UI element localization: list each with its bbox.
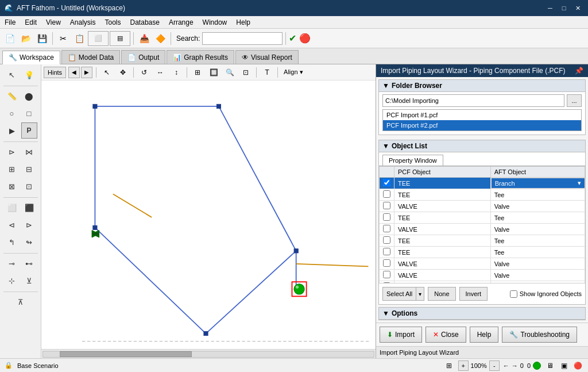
- collapse-folder-icon[interactable]: ▼: [382, 82, 389, 90]
- select-all-button[interactable]: Select All ▾: [382, 287, 424, 301]
- bend-tool[interactable]: ↰: [4, 234, 20, 250]
- copy-btn[interactable]: 📋: [72, 31, 87, 46]
- row-checkbox[interactable]: [383, 202, 390, 209]
- relief-tool[interactable]: ⊻: [21, 273, 37, 289]
- tab-workspace[interactable]: 🔧 Workspace: [2, 51, 60, 64]
- browse-button[interactable]: ...: [567, 94, 582, 107]
- select-tool-btn[interactable]: ↖: [100, 66, 114, 79]
- collapse-object-icon[interactable]: ▼: [382, 142, 389, 150]
- pipe-tool[interactable]: 📏: [4, 88, 20, 104]
- pump-tool[interactable]: ⊳: [4, 144, 20, 160]
- close-button[interactable]: ✕: [572, 2, 583, 14]
- table-row[interactable]: TEETee: [380, 189, 585, 201]
- spray-tool[interactable]: ↬: [21, 234, 37, 250]
- tee-tool[interactable]: ⊡: [21, 178, 37, 194]
- zoom-rect-btn[interactable]: 🔍: [223, 66, 237, 79]
- arrow-tool[interactable]: ▶: [4, 122, 20, 139]
- property-window-tab[interactable]: Property Window: [382, 155, 443, 166]
- hint-tool[interactable]: 💡: [21, 67, 37, 83]
- flip-v-btn[interactable]: ↕: [169, 66, 183, 79]
- heat-exchanger-tool[interactable]: ⊠: [4, 178, 20, 194]
- pin-icon[interactable]: 📌: [575, 67, 583, 75]
- grid-status-icon[interactable]: ⊞: [443, 360, 455, 371]
- table-row[interactable]: TEEBranch ▾: [380, 178, 585, 189]
- tab-visual-report[interactable]: 👁 Visual Report: [235, 50, 299, 64]
- coupling-tool[interactable]: ⊸: [4, 255, 20, 271]
- bottom-icon-1[interactable]: 🖥: [544, 360, 556, 371]
- zoom-out-btn[interactable]: -: [489, 361, 500, 371]
- P-label[interactable]: P: [21, 122, 37, 139]
- expand-tool[interactable]: ⊳: [21, 217, 37, 233]
- tank2-tool[interactable]: ⬛: [21, 200, 37, 216]
- tab-output[interactable]: 📄 Output: [121, 50, 165, 64]
- tank-tool[interactable]: ⬜: [4, 200, 20, 216]
- flip-h-btn[interactable]: ↔: [153, 66, 167, 79]
- table-row[interactable]: TEETee: [380, 247, 585, 258]
- row-checkbox[interactable]: [383, 213, 390, 221]
- circle-tool[interactable]: ○: [4, 105, 20, 121]
- pan-tool-btn[interactable]: ✥: [116, 66, 130, 79]
- file-item-1[interactable]: PCF Import #1.pcf: [383, 110, 581, 120]
- help-button[interactable]: Help: [470, 327, 499, 343]
- search-input[interactable]: [202, 32, 283, 45]
- show-ignored-checkbox[interactable]: [510, 290, 517, 298]
- zoom-fit-btn[interactable]: ⊡: [239, 66, 253, 79]
- table-row[interactable]: VALVEValve: [380, 270, 585, 281]
- row-checkbox[interactable]: [383, 271, 390, 278]
- import-btn[interactable]: 📥: [137, 31, 152, 46]
- collapse-options-icon[interactable]: ▼: [382, 309, 389, 317]
- insert-text-btn[interactable]: T: [260, 66, 274, 79]
- menu-database[interactable]: Database: [126, 16, 164, 28]
- nav-forward[interactable]: ▶: [81, 67, 92, 78]
- invert-button[interactable]: Invert: [459, 287, 488, 301]
- menu-window[interactable]: Window: [198, 16, 232, 28]
- open-btn[interactable]: 📂: [18, 31, 33, 46]
- menu-tools[interactable]: Tools: [100, 16, 126, 28]
- troubleshooting-button[interactable]: 🔧 Troubleshooting: [502, 327, 577, 343]
- left-arrow-icon[interactable]: ←: [503, 362, 509, 369]
- menu-analysis[interactable]: Analysis: [65, 16, 100, 28]
- import-button[interactable]: ⬇ Import: [380, 327, 422, 343]
- right-arrow-icon[interactable]: →: [512, 362, 518, 369]
- menu-arrange[interactable]: Arrange: [164, 16, 198, 28]
- orifice-tool[interactable]: ⊹: [4, 273, 20, 289]
- new-btn[interactable]: 📄: [2, 31, 17, 46]
- table-row[interactable]: TEETee: [380, 212, 585, 224]
- valve-tool[interactable]: ⋈: [21, 144, 37, 160]
- compressor-tool[interactable]: ⊞: [4, 161, 20, 177]
- aft-dropdown-arrow[interactable]: ▾: [578, 179, 581, 187]
- run-btn[interactable]: 🔴: [297, 31, 312, 46]
- canvas[interactable]: [41, 80, 376, 349]
- workspace-btn[interactable]: ⬜: [88, 31, 109, 46]
- table-row[interactable]: VALVEValve: [380, 201, 585, 212]
- cut-btn[interactable]: ✂: [56, 31, 71, 46]
- fan-tool[interactable]: ⊼: [13, 294, 29, 310]
- rect-tool[interactable]: □: [21, 105, 37, 121]
- row-checkbox[interactable]: [383, 179, 390, 186]
- filter-tool[interactable]: ⊟: [21, 161, 37, 177]
- row-checkbox[interactable]: [383, 259, 390, 267]
- close-button[interactable]: ✕ Close: [425, 327, 466, 343]
- tab-graph-results[interactable]: 📊 Graph Results: [167, 50, 234, 64]
- table-row[interactable]: TEETee: [380, 235, 585, 247]
- folder-path-input[interactable]: [382, 94, 564, 107]
- nav-back[interactable]: ◀: [68, 67, 80, 78]
- tab-model-data[interactable]: 📋 Model Data: [61, 50, 120, 64]
- minimize-button[interactable]: ─: [544, 2, 556, 14]
- node-tool[interactable]: ⬤: [21, 88, 37, 104]
- export-btn[interactable]: 🔶: [153, 31, 168, 46]
- table-row[interactable]: VALVEValve: [380, 258, 585, 270]
- row-checkbox[interactable]: [383, 236, 390, 244]
- row-checkbox[interactable]: [383, 190, 390, 198]
- grid-btn[interactable]: ⊞: [191, 66, 204, 79]
- maximize-button[interactable]: □: [558, 2, 570, 14]
- cursor-tool[interactable]: ↖: [4, 67, 20, 83]
- row-checkbox[interactable]: [383, 225, 390, 232]
- h-scrollbar[interactable]: [41, 349, 376, 358]
- menu-file[interactable]: File: [0, 16, 20, 28]
- snap-btn[interactable]: 🔲: [207, 66, 220, 79]
- bottom-icon-3[interactable]: 🔴: [572, 360, 583, 371]
- scrollbar-thumb[interactable]: [60, 351, 192, 357]
- break-tool[interactable]: ⊷: [21, 255, 37, 271]
- table-row[interactable]: VALVEValve: [380, 224, 585, 235]
